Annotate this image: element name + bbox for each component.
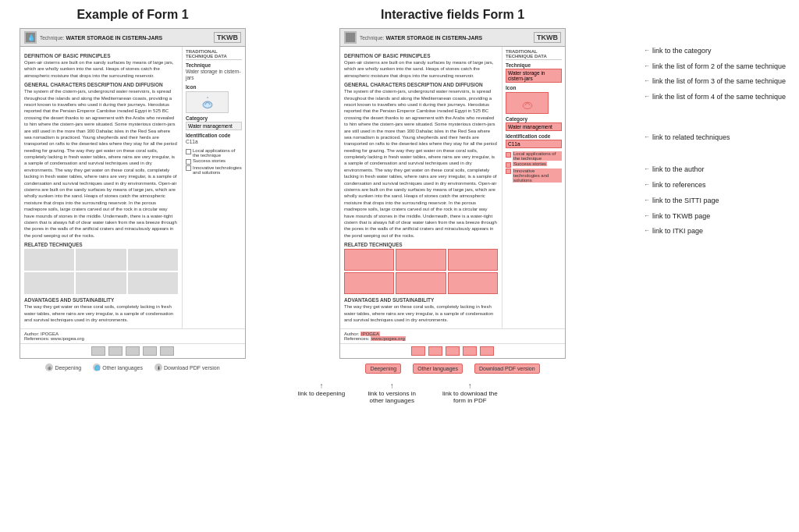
bottom-link-deepening-right[interactable]: Deepening <box>365 364 401 374</box>
interactive-category-value[interactable]: Water management <box>506 122 562 131</box>
gen-chars-text: The system of the cistern-jars, undergro… <box>24 88 178 239</box>
footer-logo-1 <box>91 346 105 356</box>
annotation-form3-text: link the list of form 3 of the same tech… <box>652 77 786 87</box>
annotation-arrow-8: ← <box>644 197 650 204</box>
interactive-related-6[interactable] <box>448 272 498 294</box>
interactive-checkbox-success-box[interactable] <box>506 162 511 168</box>
category-label: Category <box>186 115 242 121</box>
interactive-checkbox-local-label: Local applications of the technique <box>513 151 562 161</box>
annotation-itki: ← link to ITKI page <box>644 227 799 236</box>
annotation-form2-text: link the list of form 2 of the same tech… <box>652 62 786 72</box>
annotation-arrow-5: ← <box>644 133 650 141</box>
interactive-checkbox-local[interactable]: Local applications of the technique <box>506 151 562 161</box>
interactive-checkbox-innovative[interactable]: Innovative technologies and solutions <box>506 168 562 183</box>
interactive-checkbox-local-box[interactable] <box>506 152 511 158</box>
annotation-form4: ← link the list of form 4 of the same te… <box>644 93 799 102</box>
annotation-form3: ← link the list of form 3 of the same te… <box>644 77 799 87</box>
interactive-related-1[interactable] <box>344 249 394 271</box>
bottom-links-left: ⊕ Deepening 🌐 Other languages ⬇ Download… <box>8 364 257 371</box>
checkbox-local-box <box>186 149 191 154</box>
annotation-arrow-9: ← <box>644 212 650 220</box>
interactive-related-4[interactable] <box>344 272 394 294</box>
interactive-related-2[interactable] <box>396 249 446 271</box>
interactive-form-body: DEFINITION OF BASIC PRINCIPLES Open-air … <box>340 47 565 328</box>
example-form-card: 💧 Technique: WATER STORAGE IN CISTERN-JA… <box>20 28 246 359</box>
form-header: 💧 Technique: WATER STORAGE IN CISTERN-JA… <box>20 29 245 47</box>
checkbox-local: Local applications of the technique <box>186 148 242 158</box>
interactive-technique-field-value[interactable]: Water storage in cistern-jars <box>506 69 562 83</box>
category-value: Water management <box>186 122 242 130</box>
interactive-def-text: Open-air cisterns are built on the sandy… <box>344 59 498 79</box>
bottom-annotations-row: ↑ link to deepening ↑ link to versions i… <box>0 381 799 412</box>
deepening-label-right: Deepening <box>370 366 396 371</box>
languages-icon-left: 🌐 <box>93 364 101 371</box>
interactive-footer-logo-1[interactable] <box>411 346 425 356</box>
annotation-category-text: link to the category <box>652 47 712 56</box>
interactive-checkbox-success-label: Success stories <box>513 161 547 166</box>
references-line: References: www.ipogea.org <box>24 336 241 341</box>
interactive-related-3[interactable] <box>448 249 498 271</box>
bottom-annotation-pdf-text: link to download the form in PDF <box>439 390 501 404</box>
interactive-right-title: TRADITIONAL TECHNIQUE DATA <box>506 49 562 60</box>
bottom-annotation-languages: ↑ link to versions in other languages <box>360 381 423 404</box>
bottom-link-pdf-right[interactable]: Download PDF version <box>474 364 540 374</box>
related-grid-left <box>24 249 178 294</box>
related-item-3 <box>128 249 178 271</box>
pdf-icon-left: ⬇ <box>154 364 162 371</box>
interactive-def-title: DEFINITION OF BASIC PRINCIPLES <box>344 53 498 59</box>
interactive-adv-section: ADVANTAGES AND SUSTAINABILITY The way th… <box>344 297 498 323</box>
interactive-icon-box[interactable] <box>506 92 549 114</box>
interactive-checkboxes: Local applications of the technique Succ… <box>506 151 562 183</box>
interactive-category-label: Category <box>506 116 562 122</box>
interactive-technique-value: WATER STORAGE IN CISTERN-JARS <box>385 35 482 41</box>
checkbox-local-label: Local applications of the technique <box>193 148 242 158</box>
annotation-arrow-7: ← <box>644 181 650 189</box>
interactive-id-value[interactable]: C11a <box>506 140 562 148</box>
bottom-link-languages-left: 🌐 Other languages <box>93 364 143 371</box>
annotations-section: ← link to the category ← link the list o… <box>640 8 799 374</box>
footer-logos <box>20 343 245 358</box>
interactive-checkbox-innovative-box[interactable] <box>506 168 511 174</box>
related-item-1 <box>24 249 74 271</box>
bottom-info: Author: IPOGEA References: www.ipogea.or… <box>20 328 245 343</box>
annotation-arrow-4: ← <box>644 93 650 101</box>
related-item-5 <box>76 272 126 294</box>
interactive-adv-title: ADVANTAGES AND SUSTAINABILITY <box>344 297 498 303</box>
tkwb-logo: TKWB <box>214 32 241 43</box>
interactive-footer-logo-5[interactable] <box>480 346 494 356</box>
annotation-form4-text: link the list of form 4 of the same tech… <box>652 93 786 102</box>
interactive-footer-logo-4[interactable] <box>463 346 477 356</box>
deepening-label-left: Deepening <box>55 365 81 371</box>
svg-rect-4 <box>346 33 355 42</box>
interactive-related-title: RELATED TECHNIQUES <box>344 242 498 247</box>
bottom-link-languages-right[interactable]: Other languages <box>413 364 463 374</box>
interactive-footer-logo-2[interactable] <box>428 346 442 356</box>
left-section: Example of Form 1 💧 Technique: WATER STO… <box>0 8 265 374</box>
interactive-right-panel: TRADITIONAL TECHNIQUE DATA Technique Wat… <box>502 47 565 328</box>
annotation-arrow-10: ← <box>644 227 650 235</box>
annotation-tkwb-text: link to TKWB page <box>652 212 710 222</box>
icon-box <box>186 91 229 113</box>
interactive-checkbox-success[interactable]: Success stories <box>506 161 562 168</box>
interactive-form-card: Technique: WATER STORAGE IN CISTERN-JARS… <box>339 28 566 359</box>
related-item-4 <box>24 272 74 294</box>
right-title: Interactive fields Form 1 <box>273 8 632 22</box>
annotation-related-text: link to related techniques <box>652 133 730 143</box>
annotation-sitti: ← link to the SITTI page <box>644 197 799 206</box>
interactive-related-5[interactable] <box>396 272 446 294</box>
annotation-tkwb: ← link to TKWB page <box>644 212 799 222</box>
references-value: www.ipogea.org <box>51 336 84 341</box>
bottom-links-right: Deepening Other languages Download PDF v… <box>273 364 632 374</box>
id-label: Identification code <box>186 133 242 138</box>
interactive-checkbox-innovative-label: Innovative technologies and solutions <box>513 168 562 183</box>
header-icon: 💧 <box>24 31 37 44</box>
annotation-references: ← link to references <box>644 181 799 190</box>
left-title: Example of Form 1 <box>8 8 257 22</box>
interactive-form-left: DEFINITION OF BASIC PRINCIPLES Open-air … <box>340 47 502 328</box>
interactive-icon-label: Icon <box>506 85 562 90</box>
interactive-references-value[interactable]: www.ipogea.org <box>371 336 406 341</box>
interactive-footer-logo-3[interactable] <box>446 346 460 356</box>
technique-label-header: Technique: <box>40 35 64 41</box>
deepening-icon-left: ⊕ <box>45 364 53 371</box>
interactive-header-icon <box>344 31 357 44</box>
